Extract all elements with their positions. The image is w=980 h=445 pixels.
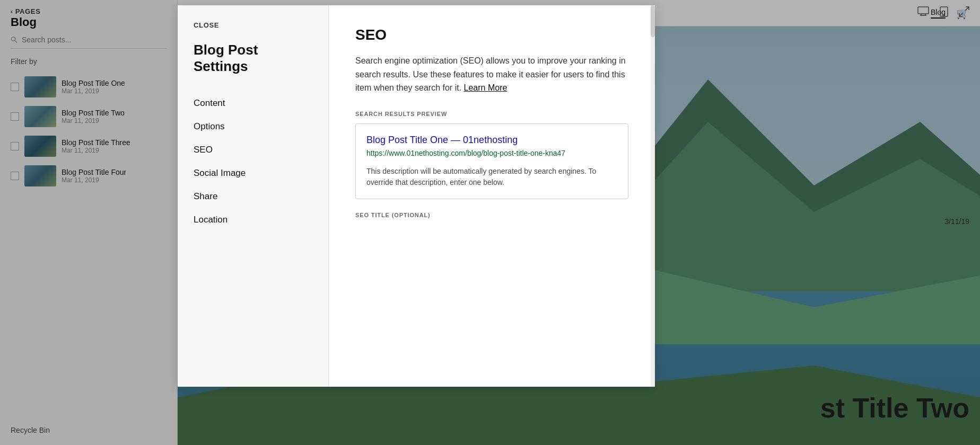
blog-post-settings-modal: CLOSE Content Blog PostSettings Content … <box>178 5 655 387</box>
nav-item-location[interactable]: Location <box>178 208 328 232</box>
modal-nav-list: Content Options SEO Social Image Share L… <box>178 92 328 232</box>
modal-content-area: SEO Search engine optimization (SEO) all… <box>329 5 655 387</box>
search-preview-url: https://www.01nethosting.com/blog/blog-p… <box>366 149 617 157</box>
nav-item-social-image[interactable]: Social Image <box>178 162 328 185</box>
scrollbar-thumb[interactable] <box>651 5 655 37</box>
modal-close-button[interactable]: CLOSE <box>178 21 328 42</box>
modal-scrollbar[interactable] <box>651 5 655 387</box>
seo-title-optional-label: SEO TITLE (OPTIONAL) <box>355 212 628 218</box>
nav-item-seo[interactable]: SEO <box>178 138 328 162</box>
search-preview-description: This description will be automatically g… <box>366 166 617 188</box>
nav-item-options[interactable]: Options <box>178 115 328 138</box>
search-results-preview-label: SEARCH RESULTS PREVIEW <box>355 111 628 117</box>
seo-description: Search engine optimization (SEO) allows … <box>355 54 628 95</box>
seo-section-title: SEO <box>355 26 628 43</box>
modal-nav: CLOSE Content Blog PostSettings Content … <box>178 5 329 387</box>
nav-item-content[interactable]: Content <box>178 92 328 115</box>
search-preview-link: Blog Post Title One — 01nethosting <box>366 135 617 146</box>
learn-more-link[interactable]: Learn More <box>464 83 508 92</box>
nav-item-share[interactable]: Share <box>178 185 328 208</box>
modal-settings-title: Content Blog PostSettings <box>178 42 328 92</box>
search-preview-box: Blog Post Title One — 01nethosting https… <box>355 123 628 199</box>
